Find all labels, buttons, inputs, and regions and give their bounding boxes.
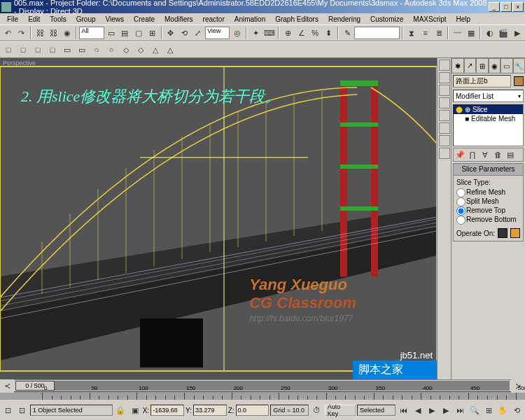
- make-unique-icon[interactable]: ∀: [479, 149, 491, 160]
- select-icon[interactable]: ▭: [105, 26, 118, 40]
- menu-modifiers[interactable]: Modifiers: [160, 15, 197, 24]
- play-prev-icon[interactable]: ◀: [411, 403, 424, 417]
- select-region-icon[interactable]: ▢: [132, 26, 145, 40]
- lock-icon[interactable]: 🔒: [114, 403, 127, 417]
- material-editor-icon[interactable]: ◐: [483, 26, 496, 40]
- rotate-icon[interactable]: ⟲: [178, 26, 190, 40]
- viewport-perspective[interactable]: Perspective: [0, 58, 437, 379]
- render-scene-icon[interactable]: 🎬: [497, 26, 510, 40]
- opt-refine-mesh[interactable]: Refine Mesh: [456, 188, 520, 197]
- stack-item-slice[interactable]: ⊕ Slice: [454, 105, 523, 114]
- menu-grapheditors[interactable]: Graph Editors: [271, 15, 323, 24]
- menu-help[interactable]: Help: [452, 15, 475, 24]
- manipulate-icon[interactable]: ✦: [249, 26, 262, 40]
- time-prev-icon[interactable]: ≺: [0, 379, 14, 393]
- reactor-icon[interactable]: ◇: [119, 43, 133, 57]
- move-icon[interactable]: ✥: [164, 26, 177, 40]
- tab-modify[interactable]: ↗: [464, 58, 477, 73]
- mirror-icon[interactable]: ⧗: [405, 26, 418, 40]
- time-config-icon[interactable]: ⏱: [310, 403, 323, 417]
- zoom-icon[interactable]: 🔍: [468, 403, 481, 417]
- modifier-stack[interactable]: ⊕ Slice ■ Editable Mesh: [453, 104, 524, 146]
- menu-customize[interactable]: Customize: [366, 15, 407, 24]
- reactor-icon[interactable]: △: [148, 43, 162, 57]
- pan-icon[interactable]: ✋: [496, 403, 509, 417]
- menu-reactor[interactable]: reactor: [199, 15, 229, 24]
- selection-filter[interactable]: All: [79, 27, 104, 39]
- menu-maxscript[interactable]: MAXScript: [409, 15, 450, 24]
- lock-selection-icon[interactable]: ⊡: [1, 403, 14, 417]
- unlink-icon[interactable]: ⛓: [47, 26, 59, 40]
- rollout-header[interactable]: Slice Parameters: [453, 163, 524, 176]
- menu-views[interactable]: Views: [102, 15, 129, 24]
- menu-tools[interactable]: Tools: [46, 15, 70, 24]
- object-color-swatch[interactable]: [514, 76, 524, 86]
- operate-on-poly-icon[interactable]: [510, 228, 520, 238]
- side-tool-icon[interactable]: [439, 72, 450, 83]
- opt-split-mesh[interactable]: Split Mesh: [456, 197, 520, 206]
- pivot-icon[interactable]: ◎: [230, 26, 243, 40]
- bulb-icon[interactable]: [456, 106, 463, 113]
- coord-z[interactable]: 0.0: [236, 405, 270, 416]
- time-thumb[interactable]: 0 / 500: [15, 381, 55, 391]
- reactor-icon[interactable]: □: [1, 43, 15, 57]
- reactor-icon[interactable]: □: [16, 43, 30, 57]
- menu-edit[interactable]: Edit: [24, 15, 44, 24]
- reactor-icon[interactable]: □: [46, 43, 59, 57]
- angle-snap-icon[interactable]: ∠: [295, 26, 307, 40]
- tab-motion[interactable]: ◉: [489, 58, 501, 73]
- undo-icon[interactable]: ↶: [1, 26, 14, 40]
- time-slider[interactable]: 0 / 500: [15, 381, 510, 391]
- tab-utilities[interactable]: 🔧: [513, 58, 526, 73]
- tab-display[interactable]: ▭: [500, 58, 513, 73]
- reactor-icon[interactable]: ▭: [75, 43, 89, 57]
- reactor-icon[interactable]: △: [163, 43, 177, 57]
- opt-remove-bottom[interactable]: Remove Bottom: [456, 215, 520, 224]
- lock-selection-icon[interactable]: ⊡: [15, 403, 28, 417]
- redo-icon[interactable]: ↷: [15, 26, 27, 40]
- play-icon[interactable]: ▶: [426, 403, 438, 417]
- configure-sets-icon[interactable]: ▤: [505, 149, 516, 160]
- coord-y[interactable]: 33.279: [193, 405, 227, 416]
- link-icon[interactable]: ⛓: [34, 26, 46, 40]
- quick-render-icon[interactable]: ▶: [510, 26, 523, 40]
- menu-file[interactable]: File: [3, 15, 22, 24]
- zoom-all-icon[interactable]: ⊞: [482, 403, 495, 417]
- percent-snap-icon[interactable]: %: [309, 26, 321, 40]
- tab-create[interactable]: ✱: [451, 58, 464, 73]
- play-start-icon[interactable]: ⏮: [397, 403, 410, 417]
- side-tool-icon[interactable]: [439, 122, 450, 134]
- coord-x[interactable]: -1639.68: [150, 405, 184, 416]
- reactor-icon[interactable]: □: [31, 43, 45, 57]
- reactor-icon[interactable]: ◇: [134, 43, 148, 57]
- schematic-icon[interactable]: ▦: [465, 26, 477, 40]
- isolate-icon[interactable]: ▣: [129, 403, 141, 417]
- window-crossing-icon[interactable]: ⊞: [146, 26, 158, 40]
- menu-create[interactable]: Create: [130, 15, 159, 24]
- side-tool-icon[interactable]: [439, 59, 450, 71]
- arc-rotate-icon[interactable]: ⟲: [511, 403, 524, 417]
- show-end-result-icon[interactable]: ∏: [467, 149, 478, 160]
- bind-icon[interactable]: ◉: [61, 26, 74, 40]
- scale-icon[interactable]: ⤢: [192, 26, 204, 40]
- object-name-field[interactable]: 路面上层b: [453, 75, 511, 88]
- keymode-icon[interactable]: ⌨: [262, 26, 275, 40]
- autokey-button[interactable]: Auto Key: [325, 405, 356, 416]
- snap-icon[interactable]: ⊕: [281, 26, 294, 40]
- named-sets-list[interactable]: [354, 27, 400, 39]
- menu-rendering[interactable]: Rendering: [324, 15, 365, 24]
- tab-hierarchy[interactable]: ⊞: [476, 58, 489, 73]
- select-name-icon[interactable]: ▤: [118, 26, 131, 40]
- reactor-icon[interactable]: ▭: [60, 43, 74, 57]
- layers-icon[interactable]: ≣: [433, 26, 445, 40]
- modifier-list-dropdown[interactable]: Modifier List: [453, 90, 524, 102]
- remove-modifier-icon[interactable]: 🗑: [492, 149, 503, 160]
- minimize-button[interactable]: _: [489, 2, 500, 12]
- play-next-icon[interactable]: ▶: [440, 403, 452, 417]
- ref-coord-system[interactable]: View: [205, 27, 230, 39]
- side-tool-icon[interactable]: [439, 110, 450, 121]
- time-ruler[interactable]: [0, 391, 525, 400]
- spinner-snap-icon[interactable]: ⬍: [322, 26, 335, 40]
- side-tool-icon[interactable]: [439, 135, 450, 146]
- menu-animation[interactable]: Animation: [230, 15, 270, 24]
